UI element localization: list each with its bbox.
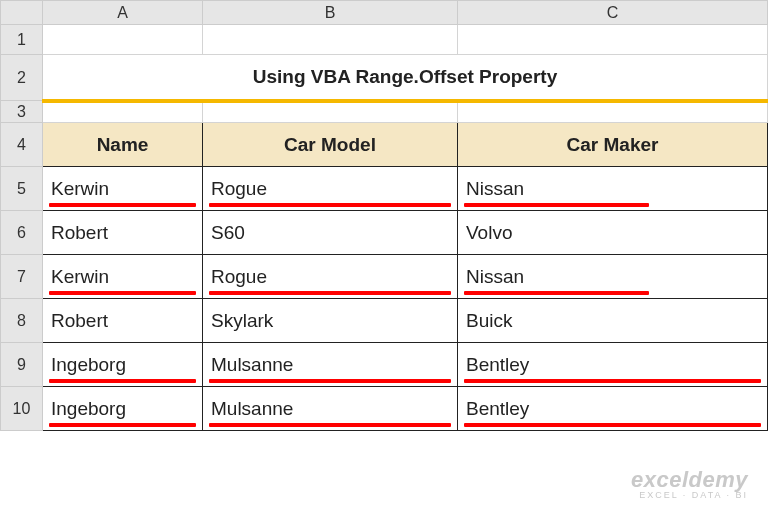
- cell-C6[interactable]: Volvo: [458, 211, 768, 255]
- watermark-brand: exceldemy: [631, 469, 748, 491]
- col-header-B[interactable]: B: [203, 1, 458, 25]
- col-header-C[interactable]: C: [458, 1, 768, 25]
- cell-C1[interactable]: [458, 25, 768, 55]
- row-header-2[interactable]: 2: [1, 55, 43, 101]
- cell-B7[interactable]: Rogue: [203, 255, 458, 299]
- row-header-10[interactable]: 10: [1, 387, 43, 431]
- row-header-3[interactable]: 3: [1, 101, 43, 123]
- cell-A3[interactable]: [43, 101, 203, 123]
- header-model[interactable]: Car Model: [203, 123, 458, 167]
- row-header-1[interactable]: 1: [1, 25, 43, 55]
- cell-B3[interactable]: [203, 101, 458, 123]
- row-header-6[interactable]: 6: [1, 211, 43, 255]
- header-maker[interactable]: Car Maker: [458, 123, 768, 167]
- title-cell[interactable]: Using VBA Range.Offset Property: [43, 55, 768, 101]
- row-header-4[interactable]: 4: [1, 123, 43, 167]
- watermark-tag: EXCEL · DATA · BI: [631, 491, 748, 500]
- select-all-corner[interactable]: [1, 1, 43, 25]
- cell-A5[interactable]: Kerwin: [43, 167, 203, 211]
- cell-C5[interactable]: Nissan: [458, 167, 768, 211]
- cell-C10[interactable]: Bentley: [458, 387, 768, 431]
- column-header-row: A B C: [1, 1, 768, 25]
- cell-C7[interactable]: Nissan: [458, 255, 768, 299]
- cell-A1[interactable]: [43, 25, 203, 55]
- cell-A8[interactable]: Robert: [43, 299, 203, 343]
- row-header-7[interactable]: 7: [1, 255, 43, 299]
- cell-C3[interactable]: [458, 101, 768, 123]
- header-name[interactable]: Name: [43, 123, 203, 167]
- row-header-9[interactable]: 9: [1, 343, 43, 387]
- cell-A7[interactable]: Kerwin: [43, 255, 203, 299]
- cell-B8[interactable]: Skylark: [203, 299, 458, 343]
- cell-C8[interactable]: Buick: [458, 299, 768, 343]
- spreadsheet: A B C 1 2 Using VBA Range.Offset Propert…: [0, 0, 768, 431]
- watermark: exceldemy EXCEL · DATA · BI: [631, 469, 748, 500]
- row-header-5[interactable]: 5: [1, 167, 43, 211]
- cell-A9[interactable]: Ingeborg: [43, 343, 203, 387]
- cell-A10[interactable]: Ingeborg: [43, 387, 203, 431]
- col-header-A[interactable]: A: [43, 1, 203, 25]
- cell-A6[interactable]: Robert: [43, 211, 203, 255]
- row-header-8[interactable]: 8: [1, 299, 43, 343]
- cell-B10[interactable]: Mulsanne: [203, 387, 458, 431]
- cell-B1[interactable]: [203, 25, 458, 55]
- cell-C9[interactable]: Bentley: [458, 343, 768, 387]
- cell-B5[interactable]: Rogue: [203, 167, 458, 211]
- cell-B6[interactable]: S60: [203, 211, 458, 255]
- cell-B9[interactable]: Mulsanne: [203, 343, 458, 387]
